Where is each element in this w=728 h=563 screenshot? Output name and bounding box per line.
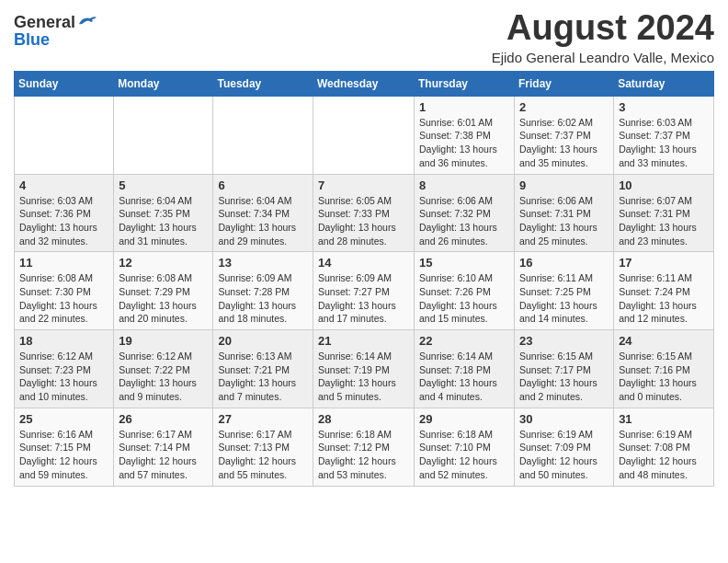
weekday-header-tuesday: Tuesday [213,71,313,96]
day-detail: Sunrise: 6:17 AM Sunset: 7:13 PM Dayligh… [218,428,308,482]
day-number: 17 [619,256,709,270]
calendar-cell: 25Sunrise: 6:16 AM Sunset: 7:15 PM Dayli… [15,408,114,486]
calendar-cell: 16Sunrise: 6:11 AM Sunset: 7:25 PM Dayli… [515,252,614,330]
calendar-cell: 14Sunrise: 6:09 AM Sunset: 7:27 PM Dayli… [313,252,415,330]
calendar-cell: 12Sunrise: 6:08 AM Sunset: 7:29 PM Dayli… [114,252,213,330]
calendar-cell: 13Sunrise: 6:09 AM Sunset: 7:28 PM Dayli… [213,252,313,330]
calendar-cell: 22Sunrise: 6:14 AM Sunset: 7:18 PM Dayli… [415,330,515,408]
day-number: 7 [318,178,409,192]
weekday-header-thursday: Thursday [415,71,515,96]
calendar-cell [213,96,313,174]
day-detail: Sunrise: 6:04 AM Sunset: 7:35 PM Dayligh… [119,194,208,248]
day-number: 8 [419,178,509,192]
day-detail: Sunrise: 6:02 AM Sunset: 7:37 PM Dayligh… [519,116,609,170]
calendar-week-5: 25Sunrise: 6:16 AM Sunset: 7:15 PM Dayli… [15,408,714,486]
day-number: 15 [419,256,509,270]
day-number: 26 [119,412,208,426]
calendar-cell: 10Sunrise: 6:07 AM Sunset: 7:31 PM Dayli… [614,174,714,252]
day-number: 29 [419,412,509,426]
weekday-header-row: SundayMondayTuesdayWednesdayThursdayFrid… [15,71,714,96]
day-detail: Sunrise: 6:03 AM Sunset: 7:37 PM Dayligh… [619,116,709,170]
day-number: 31 [619,412,709,426]
day-number: 30 [519,412,609,426]
logo: General Blue [14,13,97,48]
day-number: 25 [19,412,108,426]
day-number: 16 [519,256,609,270]
day-number: 23 [519,334,609,348]
day-number: 22 [419,334,509,348]
bird-icon [77,15,97,31]
day-detail: Sunrise: 6:09 AM Sunset: 7:27 PM Dayligh… [318,271,409,326]
day-number: 1 [419,100,509,114]
day-detail: Sunrise: 6:05 AM Sunset: 7:33 PM Dayligh… [318,194,409,248]
day-detail: Sunrise: 6:18 AM Sunset: 7:10 PM Dayligh… [419,428,509,482]
day-number: 20 [218,334,308,348]
day-detail: Sunrise: 6:19 AM Sunset: 7:09 PM Dayligh… [519,428,609,482]
calendar-cell: 6Sunrise: 6:04 AM Sunset: 7:34 PM Daylig… [213,174,313,252]
calendar-cell: 26Sunrise: 6:17 AM Sunset: 7:14 PM Dayli… [114,408,213,486]
calendar-cell: 17Sunrise: 6:11 AM Sunset: 7:24 PM Dayli… [614,252,714,330]
calendar-cell: 29Sunrise: 6:18 AM Sunset: 7:10 PM Dayli… [415,408,515,486]
day-number: 19 [119,334,208,348]
calendar-cell: 2Sunrise: 6:02 AM Sunset: 7:37 PM Daylig… [515,96,614,174]
day-detail: Sunrise: 6:16 AM Sunset: 7:15 PM Dayligh… [19,428,108,482]
day-detail: Sunrise: 6:08 AM Sunset: 7:30 PM Dayligh… [19,271,108,326]
calendar-cell [15,96,114,174]
day-detail: Sunrise: 6:06 AM Sunset: 7:31 PM Dayligh… [519,194,609,248]
calendar-week-4: 18Sunrise: 6:12 AM Sunset: 7:23 PM Dayli… [15,330,714,408]
day-detail: Sunrise: 6:18 AM Sunset: 7:12 PM Dayligh… [318,428,409,482]
calendar-cell: 31Sunrise: 6:19 AM Sunset: 7:08 PM Dayli… [614,408,714,486]
day-detail: Sunrise: 6:15 AM Sunset: 7:16 PM Dayligh… [619,350,709,404]
month-title: August 2024 [492,9,714,48]
day-detail: Sunrise: 6:19 AM Sunset: 7:08 PM Dayligh… [619,428,709,482]
day-detail: Sunrise: 6:13 AM Sunset: 7:21 PM Dayligh… [218,350,308,404]
weekday-header-wednesday: Wednesday [313,71,415,96]
calendar-cell: 1Sunrise: 6:01 AM Sunset: 7:38 PM Daylig… [415,96,515,174]
weekday-header-sunday: Sunday [15,71,114,96]
calendar-table: SundayMondayTuesdayWednesdayThursdayFrid… [14,71,714,487]
calendar-week-3: 11Sunrise: 6:08 AM Sunset: 7:30 PM Dayli… [15,252,714,330]
title-area: August 2024 Ejido General Leandro Valle,… [492,9,714,65]
day-detail: Sunrise: 6:17 AM Sunset: 7:14 PM Dayligh… [119,428,208,482]
page-header: General Blue August 2024 Ejido General L… [14,9,714,65]
weekday-header-saturday: Saturday [614,71,714,96]
day-number: 9 [519,178,609,192]
day-number: 6 [218,178,308,192]
calendar-week-1: 1Sunrise: 6:01 AM Sunset: 7:38 PM Daylig… [15,96,714,174]
day-detail: Sunrise: 6:15 AM Sunset: 7:17 PM Dayligh… [519,350,609,404]
calendar-cell: 30Sunrise: 6:19 AM Sunset: 7:09 PM Dayli… [515,408,614,486]
day-number: 21 [318,334,409,348]
day-number: 10 [619,178,709,192]
day-number: 12 [119,256,208,270]
calendar-cell: 9Sunrise: 6:06 AM Sunset: 7:31 PM Daylig… [515,174,614,252]
calendar-cell: 8Sunrise: 6:06 AM Sunset: 7:32 PM Daylig… [415,174,515,252]
calendar-cell: 28Sunrise: 6:18 AM Sunset: 7:12 PM Dayli… [313,408,415,486]
calendar-cell: 3Sunrise: 6:03 AM Sunset: 7:37 PM Daylig… [614,96,714,174]
day-number: 13 [218,256,308,270]
day-detail: Sunrise: 6:06 AM Sunset: 7:32 PM Dayligh… [419,194,509,248]
weekday-header-monday: Monday [114,71,213,96]
calendar-cell: 18Sunrise: 6:12 AM Sunset: 7:23 PM Dayli… [15,330,114,408]
day-number: 14 [318,256,409,270]
day-detail: Sunrise: 6:07 AM Sunset: 7:31 PM Dayligh… [619,194,709,248]
day-number: 27 [218,412,308,426]
calendar-body: 1Sunrise: 6:01 AM Sunset: 7:38 PM Daylig… [15,96,714,486]
logo-blue-text: Blue [14,31,97,48]
calendar-cell: 27Sunrise: 6:17 AM Sunset: 7:13 PM Dayli… [213,408,313,486]
day-number: 24 [619,334,709,348]
day-number: 5 [119,178,208,192]
calendar-cell: 20Sunrise: 6:13 AM Sunset: 7:21 PM Dayli… [213,330,313,408]
day-number: 18 [19,334,108,348]
day-detail: Sunrise: 6:04 AM Sunset: 7:34 PM Dayligh… [218,194,308,248]
calendar-week-2: 4Sunrise: 6:03 AM Sunset: 7:36 PM Daylig… [15,174,714,252]
calendar-header: SundayMondayTuesdayWednesdayThursdayFrid… [15,71,714,96]
day-number: 28 [318,412,409,426]
calendar-cell: 23Sunrise: 6:15 AM Sunset: 7:17 PM Dayli… [515,330,614,408]
calendar-cell: 19Sunrise: 6:12 AM Sunset: 7:22 PM Dayli… [114,330,213,408]
calendar-cell: 5Sunrise: 6:04 AM Sunset: 7:35 PM Daylig… [114,174,213,252]
day-number: 4 [19,178,108,192]
weekday-header-friday: Friday [515,71,614,96]
day-detail: Sunrise: 6:11 AM Sunset: 7:25 PM Dayligh… [519,271,609,326]
day-number: 11 [19,256,108,270]
day-number: 2 [519,100,609,114]
